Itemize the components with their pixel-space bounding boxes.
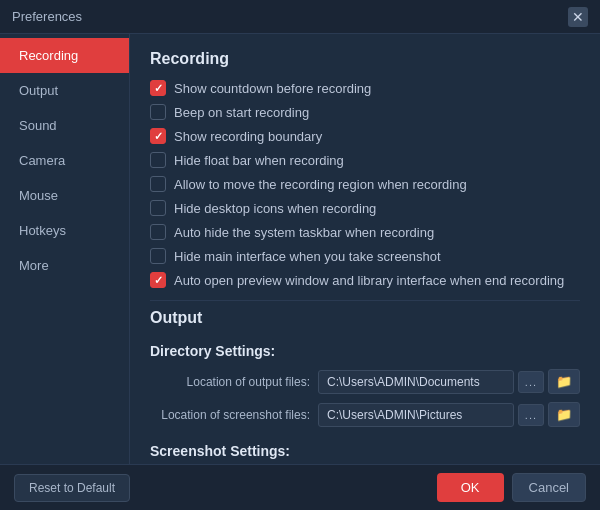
screenshot-label: Location of screenshot files:: [150, 408, 310, 422]
checkbox-maininterface[interactable]: [150, 248, 166, 264]
output-path-input[interactable]: [318, 370, 514, 394]
checkbox-label-boundary: Show recording boundary: [174, 129, 322, 144]
output-section: Output Directory Settings: Location of o…: [150, 309, 580, 464]
recording-section: Recording Show countdown before recordin…: [150, 50, 580, 288]
title-bar: Preferences ✕: [0, 0, 600, 34]
checkbox-label-beep: Beep on start recording: [174, 105, 309, 120]
sidebar-item-output[interactable]: Output: [0, 73, 129, 108]
checkbox-beep[interactable]: [150, 104, 166, 120]
checkbox-row-moveregion: Allow to move the recording region when …: [150, 176, 580, 192]
dialog-title: Preferences: [12, 9, 82, 24]
checkbox-row-desktopicons: Hide desktop icons when recording: [150, 200, 580, 216]
output-title: Output: [150, 309, 580, 327]
checkbox-label-preview: Auto open preview window and library int…: [174, 273, 564, 288]
main-layout: RecordingOutputSoundCameraMouseHotkeysMo…: [0, 34, 600, 464]
screenshot-folder-button[interactable]: 📁: [548, 402, 580, 427]
checkbox-label-floatbar: Hide float bar when recording: [174, 153, 344, 168]
checkbox-label-taskbar: Auto hide the system taskbar when record…: [174, 225, 434, 240]
checkboxes-list: Show countdown before recordingBeep on s…: [150, 80, 580, 288]
checkbox-preview[interactable]: [150, 272, 166, 288]
sidebar-item-sound[interactable]: Sound: [0, 108, 129, 143]
checkbox-label-maininterface: Hide main interface when you take screen…: [174, 249, 441, 264]
checkbox-desktopicons[interactable]: [150, 200, 166, 216]
screenshot-settings-title: Screenshot Settings:: [150, 443, 580, 459]
checkbox-row-preview: Auto open preview window and library int…: [150, 272, 580, 288]
output-input-wrap: ... 📁: [318, 369, 580, 394]
checkbox-row-floatbar: Hide float bar when recording: [150, 152, 580, 168]
screenshot-settings-section: Screenshot Settings: Screenshot format: …: [150, 443, 580, 464]
reset-button[interactable]: Reset to Default: [14, 474, 130, 502]
checkbox-floatbar[interactable]: [150, 152, 166, 168]
screenshot-files-row: Location of screenshot files: ... 📁: [150, 402, 580, 427]
checkbox-label-moveregion: Allow to move the recording region when …: [174, 177, 467, 192]
checkbox-row-countdown: Show countdown before recording: [150, 80, 580, 96]
checkbox-label-desktopicons: Hide desktop icons when recording: [174, 201, 376, 216]
output-folder-button[interactable]: 📁: [548, 369, 580, 394]
checkbox-moveregion[interactable]: [150, 176, 166, 192]
checkbox-boundary[interactable]: [150, 128, 166, 144]
directory-title: Directory Settings:: [150, 343, 580, 359]
screenshot-path-input[interactable]: [318, 403, 514, 427]
section-divider: [150, 300, 580, 301]
sidebar-item-more[interactable]: More: [0, 248, 129, 283]
sidebar-item-mouse[interactable]: Mouse: [0, 178, 129, 213]
checkbox-label-countdown: Show countdown before recording: [174, 81, 371, 96]
sidebar: RecordingOutputSoundCameraMouseHotkeysMo…: [0, 34, 130, 464]
checkbox-row-boundary: Show recording boundary: [150, 128, 580, 144]
sidebar-item-hotkeys[interactable]: Hotkeys: [0, 213, 129, 248]
cancel-button[interactable]: Cancel: [512, 473, 586, 502]
output-label: Location of output files:: [150, 375, 310, 389]
footer-actions: OK Cancel: [437, 473, 586, 502]
sidebar-item-camera[interactable]: Camera: [0, 143, 129, 178]
sidebar-item-recording[interactable]: Recording: [0, 38, 129, 73]
screenshot-dots-button[interactable]: ...: [518, 404, 544, 426]
screenshot-input-wrap: ... 📁: [318, 402, 580, 427]
checkbox-countdown[interactable]: [150, 80, 166, 96]
checkbox-row-beep: Beep on start recording: [150, 104, 580, 120]
content-area: Recording Show countdown before recordin…: [130, 34, 600, 464]
ok-button[interactable]: OK: [437, 473, 504, 502]
checkbox-taskbar[interactable]: [150, 224, 166, 240]
close-button[interactable]: ✕: [568, 7, 588, 27]
checkbox-row-maininterface: Hide main interface when you take screen…: [150, 248, 580, 264]
checkbox-row-taskbar: Auto hide the system taskbar when record…: [150, 224, 580, 240]
output-files-row: Location of output files: ... 📁: [150, 369, 580, 394]
output-dots-button[interactable]: ...: [518, 371, 544, 393]
recording-title: Recording: [150, 50, 580, 68]
footer: Reset to Default OK Cancel: [0, 464, 600, 510]
